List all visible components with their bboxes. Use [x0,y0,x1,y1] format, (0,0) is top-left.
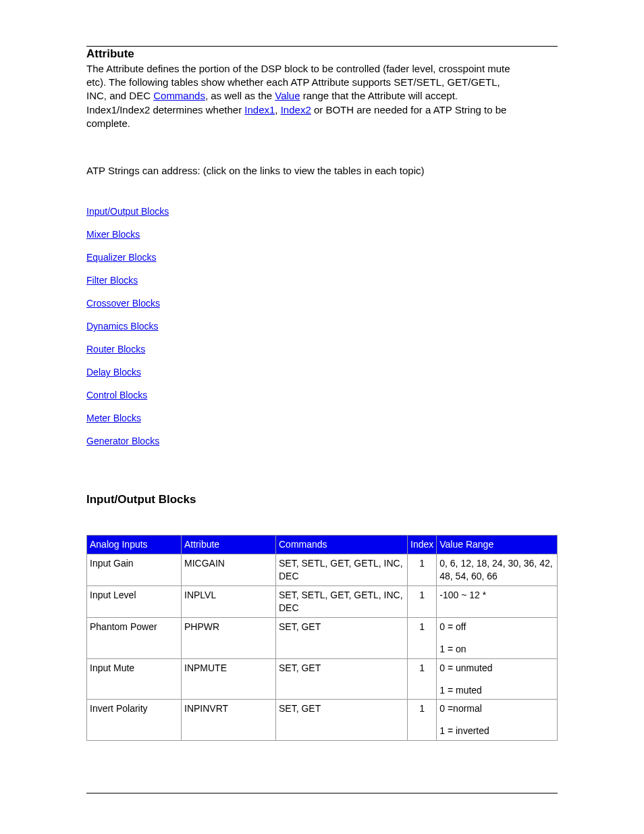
cell: Input Gain [87,554,182,586]
cell: 1 [408,617,437,658]
th-analog-inputs: Analog Inputs [87,536,182,554]
intro-line-1: The Attribute defines the portion of the… [86,62,558,76]
link-item: Control Blocks [86,388,558,399]
dynamics-blocks-link[interactable]: Dynamics Blocks [86,321,159,332]
text: Index1/Index2 determines whether [86,104,244,115]
section-heading-attribute: Attribute [86,47,558,62]
link-item: Input/Output Blocks [86,205,558,215]
table-row: Invert Polarity INPINVRT SET, GET 1 0 =n… [87,700,558,741]
link-item: Generator Blocks [86,434,558,445]
cell: SET, SETL, GET, GETL, INC, DEC [276,586,408,618]
text: INC, and DEC [86,90,153,101]
equalizer-blocks-link[interactable]: Equalizer Blocks [86,252,157,263]
cell: INPINVRT [182,700,276,741]
index2-link[interactable]: Index2 [281,104,311,115]
cell: 0 = unmuted 1 = muted [437,658,558,700]
address-line: ATP Strings can address: (click on the l… [86,164,558,178]
io-blocks-heading: Input/Output Blocks [86,492,558,508]
router-blocks-link[interactable]: Router Blocks [86,344,145,355]
analog-inputs-table: Analog Inputs Attribute Commands Index V… [86,535,558,741]
cell: INPLVL [182,586,276,618]
control-blocks-link[interactable]: Control Blocks [86,390,147,400]
cell: Input Level [87,586,182,618]
value-link[interactable]: Value [275,90,300,101]
filter-blocks-link[interactable]: Filter Blocks [86,275,138,286]
cell: -100 ~ 12 * [437,586,558,618]
th-commands: Commands [276,536,408,554]
cell: 1 [408,554,437,586]
cell: MICGAIN [182,554,276,586]
th-attribute: Attribute [182,536,276,554]
text: , as well as the [205,90,275,101]
value-range-primary: 0 = unmuted [439,662,492,673]
th-index: Index [408,536,437,554]
meter-blocks-link[interactable]: Meter Blocks [86,413,141,423]
link-item: Meter Blocks [86,411,558,422]
intro-line-3: INC, and DEC Commands, as well as the Va… [86,89,558,103]
cell: SET, GET [276,658,408,700]
cell: 1 [408,700,437,741]
cell: PHPWR [182,617,276,658]
link-item: Dynamics Blocks [86,319,558,330]
cell: 1 [408,658,437,700]
cell: Invert Polarity [87,700,182,741]
link-item: Router Blocks [86,342,558,353]
cell: INPMUTE [182,658,276,700]
cell: Input Mute [87,658,182,700]
cell: 1 [408,586,437,618]
io-blocks-link[interactable]: Input/Output Blocks [86,206,169,217]
value-range-primary: 0, 6, 12, 18, 24, 30, 36, 42, 48, 54, 60… [439,558,552,581]
delay-blocks-link[interactable]: Delay Blocks [86,367,141,377]
cell: SET, GET [276,700,408,741]
table-row: Input Mute INPMUTE SET, GET 1 0 = unmute… [87,658,558,700]
intro-line-5: complete. [86,117,558,130]
text: , [275,104,280,115]
cell: SET, GET [276,617,408,658]
generator-blocks-link[interactable]: Generator Blocks [86,436,159,446]
value-range-secondary: 1 = inverted [439,725,554,737]
mixer-blocks-link[interactable]: Mixer Blocks [86,229,140,240]
link-item: Delay Blocks [86,365,558,376]
cell: 0, 6, 12, 18, 24, 30, 36, 42, 48, 54, 60… [437,554,558,586]
table-row: Phantom Power PHPWR SET, GET 1 0 = off 1… [87,617,558,658]
table-row: Input Gain MICGAIN SET, SETL, GET, GETL,… [87,554,558,586]
bottom-rule [86,793,558,793]
commands-link[interactable]: Commands [153,90,205,101]
value-range-secondary: 1 = on [439,643,554,656]
intro-paragraph: The Attribute defines the portion of the… [86,62,558,130]
link-item: Equalizer Blocks [86,251,558,261]
value-range-secondary: 1 = muted [439,684,554,697]
cell: 0 =normal 1 = inverted [437,700,558,741]
intro-line-2: etc). The following tables show whether … [86,76,558,89]
cell: SET, SETL, GET, GETL, INC, DEC [276,554,408,586]
cell: 0 = off 1 = on [437,617,558,658]
value-range-primary: 0 = off [439,621,466,632]
crossover-blocks-link[interactable]: Crossover Blocks [86,298,160,309]
link-item: Filter Blocks [86,273,558,284]
link-list: Input/Output Blocks Mixer Blocks Equaliz… [86,205,558,445]
intro-line-4: Index1/Index2 determines whether Index1,… [86,103,558,117]
value-range-primary: -100 ~ 12 * [439,590,486,600]
text: or BOTH are needed for a ATP String to b… [311,104,507,115]
link-item: Mixer Blocks [86,228,558,238]
index1-link[interactable]: Index1 [244,104,275,115]
value-range-primary: 0 =normal [439,703,482,714]
link-item: Crossover Blocks [86,296,558,307]
table-header-row: Analog Inputs Attribute Commands Index V… [87,536,558,554]
table-row: Input Level INPLVL SET, SETL, GET, GETL,… [87,586,558,618]
text: range that the Attribute will accept. [300,90,458,101]
cell: Phantom Power [87,617,182,658]
th-value-range: Value Range [437,536,558,554]
